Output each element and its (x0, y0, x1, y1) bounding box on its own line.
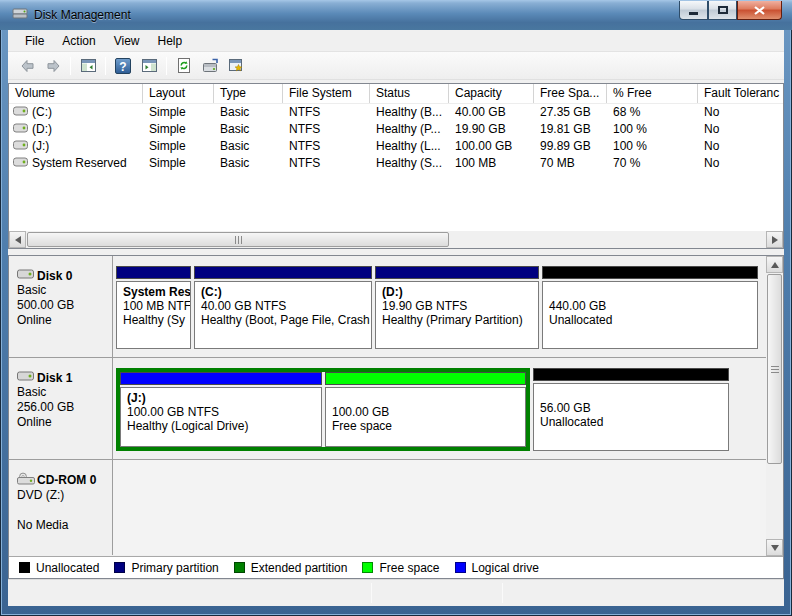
cdrom0-type: DVD (Z:) (17, 488, 112, 503)
cell-layout: Simple (143, 138, 214, 155)
partition-system-reserved[interactable]: System Res 100 MB NTF Healthy (Sy (116, 266, 191, 349)
cell-type: Basic (214, 138, 283, 155)
partition-status: Healthy (Sy (123, 313, 184, 327)
legend-item-unallocated: Unallocated (19, 561, 99, 575)
legend-label: Primary partition (131, 561, 218, 575)
column-header-volume[interactable]: Volume (9, 84, 143, 103)
column-header-pctfree[interactable]: % Free (607, 84, 698, 103)
cell-layout: Simple (143, 104, 214, 121)
cell-capacity: 19.90 GB (449, 121, 534, 138)
menu-view[interactable]: View (105, 31, 149, 51)
maximize-button[interactable] (708, 1, 737, 20)
menu-action[interactable]: Action (53, 31, 104, 51)
volume-row-j[interactable]: (J:) Simple Basic NTFS Healthy (L... 100… (9, 138, 783, 155)
column-header-faulttolerance[interactable]: Fault Toleranc (698, 84, 783, 103)
volume-row-d[interactable]: (D:) Simple Basic NTFS Healthy (P... 19.… (9, 121, 783, 138)
disk0-info-panel[interactable]: Disk 0 Basic 500.00 GB Online (9, 256, 113, 357)
cell-faulttolerance: No (698, 155, 783, 172)
partition-d[interactable]: (D:) 19.90 GB NTFS Healthy (Primary Part… (375, 266, 539, 349)
cell-capacity: 100 MB (449, 155, 534, 172)
app-icon (12, 6, 28, 25)
disk0-row: Disk 0 Basic 500.00 GB Online System Res… (9, 256, 766, 358)
column-header-freespace[interactable]: Free Spa... (534, 84, 607, 103)
scroll-left-button[interactable] (9, 231, 26, 248)
disk0-type: Basic (17, 283, 112, 298)
partition-disk0-unallocated[interactable]: 440.00 GB Unallocated (542, 266, 758, 349)
disk1-status: Online (17, 415, 112, 430)
partition-disk1-unallocated[interactable]: 56.00 GB Unallocated (533, 368, 729, 451)
vertical-scrollbar[interactable] (766, 256, 783, 556)
action-pane-icon (141, 58, 158, 73)
disk-management-window: Disk Management File Action View Help (0, 0, 792, 616)
cell-status: Healthy (L... (370, 138, 449, 155)
partition-title: (C:) (201, 285, 365, 299)
minimize-button[interactable] (679, 1, 708, 20)
scroll-up-button[interactable] (766, 256, 783, 273)
rescan-disks-button[interactable] (224, 55, 248, 77)
horizontal-scrollbar-thumb[interactable] (27, 232, 449, 247)
vertical-scrollbar-thumb[interactable] (767, 274, 782, 464)
show-console-tree-button[interactable] (76, 55, 100, 77)
partition-title: (D:) (382, 285, 532, 299)
legend-item-primary-partition: Primary partition (114, 561, 218, 575)
disk-properties-button[interactable] (198, 55, 222, 77)
partition-title: System Res (123, 285, 184, 299)
disk1-name: Disk 1 (37, 371, 72, 385)
volume-name: System Reserved (32, 155, 127, 172)
partition-free-space[interactable]: 100.00 GB Free space (325, 372, 526, 447)
toolbar-separator (166, 57, 167, 75)
cell-status: Healthy (B... (370, 104, 449, 121)
partition-status: Healthy (Logical Drive) (127, 419, 315, 433)
help-button[interactable]: ? (111, 55, 135, 77)
volume-row-c[interactable]: (C:) Simple Basic NTFS Healthy (B... 40.… (9, 104, 783, 121)
extended-partition-frame: (J:) 100.00 GB NTFS Healthy (Logical Dri… (116, 368, 530, 451)
volume-row-system-reserved[interactable]: System Reserved Simple Basic NTFS Health… (9, 155, 783, 172)
console-tree-icon (80, 58, 97, 73)
cell-type: Basic (214, 104, 283, 121)
disk1-size: 256.00 GB (17, 400, 112, 415)
partition-title (540, 387, 722, 401)
toolbar: ? (8, 52, 784, 80)
column-header-layout[interactable]: Layout (143, 84, 214, 103)
partition-bar (542, 266, 758, 279)
disk0-size: 500.00 GB (17, 298, 112, 313)
rescan-disks-icon (228, 58, 245, 74)
column-header-capacity[interactable]: Capacity (449, 84, 534, 103)
partition-c[interactable]: (C:) 40.00 GB NTFS Healthy (Boot, Page F… (194, 266, 372, 349)
volume-list-pane: Volume Layout Type File System Status Ca… (8, 83, 784, 249)
partition-bar (194, 266, 372, 279)
menu-file[interactable]: File (16, 31, 53, 51)
show-action-pane-button[interactable] (137, 55, 161, 77)
refresh-button[interactable] (172, 55, 196, 77)
disk1-type: Basic (17, 385, 112, 400)
partition-size: 40.00 GB NTFS (201, 299, 365, 313)
cdrom0-empty-area[interactable] (113, 460, 766, 555)
disk-properties-icon (202, 58, 219, 74)
cdrom0-info-panel[interactable]: CD-ROM 0 DVD (Z:) No Media (9, 460, 113, 555)
volume-list-header: Volume Layout Type File System Status Ca… (9, 84, 783, 104)
cell-capacity: 40.00 GB (449, 104, 534, 121)
cell-freespace: 99.89 GB (534, 138, 607, 155)
arrow-right-icon (772, 236, 778, 244)
volume-name: (D:) (32, 121, 52, 138)
cell-pctfree: 100 % (607, 138, 698, 155)
legend-item-extended-partition: Extended partition (234, 561, 348, 575)
legend-label: Extended partition (251, 561, 348, 575)
titlebar[interactable]: Disk Management (0, 0, 792, 30)
back-button[interactable] (15, 55, 39, 77)
horizontal-scrollbar[interactable] (9, 231, 783, 248)
partition-j[interactable]: (J:) 100.00 GB NTFS Healthy (Logical Dri… (120, 372, 322, 447)
forward-button[interactable] (41, 55, 65, 77)
help-icon: ? (115, 58, 131, 74)
legend-label: Logical drive (472, 561, 539, 575)
scrollbar-grip-icon (771, 366, 779, 373)
menu-help[interactable]: Help (149, 31, 192, 51)
scroll-down-button[interactable] (766, 539, 783, 556)
column-header-status[interactable]: Status (370, 84, 449, 103)
legend-swatch (455, 562, 466, 573)
close-button[interactable] (737, 1, 782, 20)
scroll-right-button[interactable] (766, 231, 783, 248)
column-header-type[interactable]: Type (214, 84, 283, 103)
disk1-info-panel[interactable]: Disk 1 Basic 256.00 GB Online (9, 358, 113, 459)
column-header-filesystem[interactable]: File System (283, 84, 370, 103)
